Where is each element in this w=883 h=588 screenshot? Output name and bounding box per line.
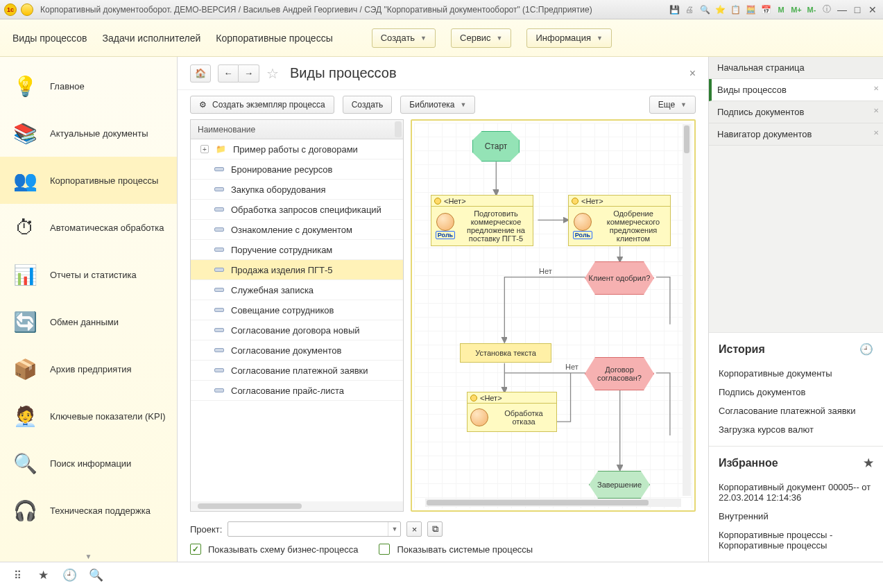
favorite-link[interactable]: Корпоративный документ 00005-- от 22.03.…	[719, 478, 873, 507]
process-row[interactable]: Согласование прайс-листа	[191, 381, 403, 401]
close-page-icon[interactable]: ×	[689, 67, 696, 80]
minimize-icon[interactable]: —	[836, 3, 848, 16]
sidebar-item-0[interactable]: 💡Главное	[0, 62, 177, 110]
open-project-button[interactable]: ⧉	[427, 521, 443, 537]
create-button[interactable]: Создать▼	[372, 28, 436, 48]
sidebar-item-2[interactable]: 👥Корпоративные процессы	[0, 157, 177, 204]
process-row[interactable]: Бронирование ресурсов	[191, 159, 403, 180]
node-decision-client[interactable]: Клиент одобрил?	[585, 261, 654, 295]
maximize-icon[interactable]: □	[851, 3, 864, 16]
node-task-prepare-offer[interactable]: <Нет> РольПодготовить коммерческое предл…	[431, 195, 533, 246]
process-row[interactable]: Поручение сотрудникам	[191, 240, 403, 260]
process-row[interactable]: Согласование договора новый	[191, 320, 403, 340]
history-link[interactable]: Загрузка курсов валют	[719, 420, 873, 439]
node-task-client-approval[interactable]: <Нет> РольОдобрение коммерческого предло…	[568, 195, 671, 246]
sidebar-item-4[interactable]: 📊Отчеты и статистика	[0, 251, 177, 298]
node-set-text[interactable]: Установка текста	[460, 343, 551, 363]
sidebar-item-3[interactable]: ⏱Автоматическая обработка	[0, 204, 177, 251]
create-instance-button[interactable]: ⚙Создать экземпляр процесса	[190, 96, 334, 114]
memory-mminus-icon[interactable]: M-	[805, 3, 818, 16]
sidebar-item-1[interactable]: 📚Актуальные документы	[0, 110, 177, 157]
close-tab-icon[interactable]: ✕	[873, 129, 879, 137]
search-footer-icon[interactable]: 🔍	[89, 568, 103, 582]
history-link[interactable]: Подпись документов	[719, 383, 873, 401]
process-row[interactable]: Согласование документов	[191, 340, 403, 361]
list-header[interactable]: Наименование	[191, 120, 403, 139]
process-row[interactable]: Служебная записка	[191, 280, 403, 300]
close-tab-icon[interactable]: ✕	[873, 107, 879, 114]
favorite-footer-icon[interactable]: ★	[36, 568, 50, 582]
process-row[interactable]: Закупка оборудования	[191, 180, 403, 200]
history-icon[interactable]: 🕘	[859, 343, 873, 356]
process-row[interactable]: +📁Пример работы с договорами	[191, 139, 403, 159]
forward-button[interactable]: →	[239, 64, 259, 83]
node-task-handle-refusal[interactable]: <Нет> Обработка отказа	[467, 392, 557, 432]
calendar-icon[interactable]: 📅	[760, 3, 772, 16]
process-row[interactable]: Совещание сотрудников	[191, 300, 403, 320]
leaf-icon	[214, 187, 224, 191]
create-button-2[interactable]: Создать	[343, 96, 393, 114]
menu-process-types[interactable]: Виды процессов	[12, 33, 87, 44]
preview-icon[interactable]: 🔍	[698, 3, 711, 16]
history-link[interactable]: Согласование платежной заявки	[719, 401, 873, 420]
favorite-page-icon[interactable]: ☆	[266, 65, 279, 82]
diagram-canvas[interactable]: Старт <Нет> РольПодготовить коммерческое…	[411, 119, 696, 512]
close-window-icon[interactable]: ✕	[866, 3, 879, 16]
row-label: Обработка запросов спецификаций	[231, 205, 382, 215]
expand-icon[interactable]: +	[200, 145, 209, 153]
tab-document-sign[interactable]: Подпись документов✕	[709, 101, 883, 123]
clear-project-button[interactable]: ×	[406, 521, 422, 537]
memory-mplus-icon[interactable]: M+	[790, 3, 803, 16]
favorite-icon[interactable]: ⭐	[714, 3, 726, 16]
favorite-link[interactable]: Внутренний	[719, 507, 873, 526]
sidebar-item-7[interactable]: 🧑‍💼Ключевые показатели (KPI)	[0, 392, 177, 440]
sidebar-item-9[interactable]: 🎧Техническая поддержка	[0, 487, 177, 534]
memory-m-icon[interactable]: M	[775, 3, 787, 16]
tab-process-types[interactable]: Виды процессов✕	[709, 79, 883, 101]
info-icon[interactable]: ⓘ	[821, 3, 833, 16]
process-row[interactable]: Ознакомление с документом	[191, 220, 403, 240]
info-button[interactable]: Информация▼	[526, 28, 612, 48]
chevron-down-icon[interactable]: ▼	[388, 522, 400, 536]
history-footer-icon[interactable]: 🕘	[62, 568, 76, 582]
close-tab-icon[interactable]: ✕	[873, 85, 879, 92]
apps-icon[interactable]: ⠿	[10, 569, 24, 582]
service-button[interactable]: Сервис▼	[451, 28, 511, 48]
tab-document-navigator[interactable]: Навигатор документов✕	[709, 123, 883, 146]
page-toolbar: ⚙Создать экземпляр процесса Создать Библ…	[178, 90, 708, 119]
sidebar-icon: 📦	[10, 354, 40, 384]
favorite-link[interactable]: Корпоративные процессы - Корпоративные п…	[719, 526, 873, 555]
sidebar-item-8[interactable]: 🔍Поиск информации	[0, 440, 177, 487]
node-start[interactable]: Старт	[472, 131, 520, 162]
project-input[interactable]: ▼	[228, 521, 401, 537]
calculator-icon[interactable]: 🧮	[744, 3, 757, 16]
back-button[interactable]: ←	[218, 64, 239, 83]
print-icon[interactable]: 🖨	[683, 3, 696, 16]
process-row[interactable]: Согласование платежной заявки	[191, 361, 403, 381]
scrollbar-horizontal[interactable]	[191, 501, 403, 511]
process-row[interactable]: Обработка запросов спецификаций	[191, 200, 403, 220]
scrollbar-vertical[interactable]	[395, 121, 402, 137]
system-menu-icon[interactable]	[21, 3, 33, 16]
node-end[interactable]: Завершение	[589, 471, 650, 499]
menu-corp-processes[interactable]: Корпоративные процессы	[216, 33, 332, 44]
diagram-scrollbar-vertical[interactable]	[683, 124, 691, 496]
tab-start-page[interactable]: Начальная страница	[709, 57, 883, 79]
home-button[interactable]: 🏠	[190, 64, 211, 83]
sidebar-item-5[interactable]: 🔄Обмен данными	[0, 298, 177, 345]
star-icon[interactable]: ★	[864, 456, 873, 469]
show-system-checkbox[interactable]: ✓	[379, 544, 390, 555]
diagram-scrollbar-horizontal[interactable]	[425, 499, 681, 507]
clipboard-icon[interactable]: 📋	[729, 3, 741, 16]
sidebar-icon: 👥	[10, 165, 40, 196]
node-decision-contract[interactable]: Договор согласован?	[585, 357, 654, 390]
library-button[interactable]: Библиотека▼	[400, 96, 475, 114]
role-label: Роль	[573, 231, 592, 239]
history-link[interactable]: Корпоративные документы	[719, 364, 873, 383]
sidebar-item-6[interactable]: 📦Архив предприятия	[0, 345, 177, 392]
show-scheme-checkbox[interactable]: ✓	[190, 544, 201, 555]
save-icon[interactable]: 💾	[668, 3, 680, 16]
menu-assignee-tasks[interactable]: Задачи исполнителей	[102, 33, 200, 44]
more-button[interactable]: Еще▼	[649, 96, 696, 114]
process-row[interactable]: Продажа изделия ПГТ-5	[191, 260, 403, 280]
